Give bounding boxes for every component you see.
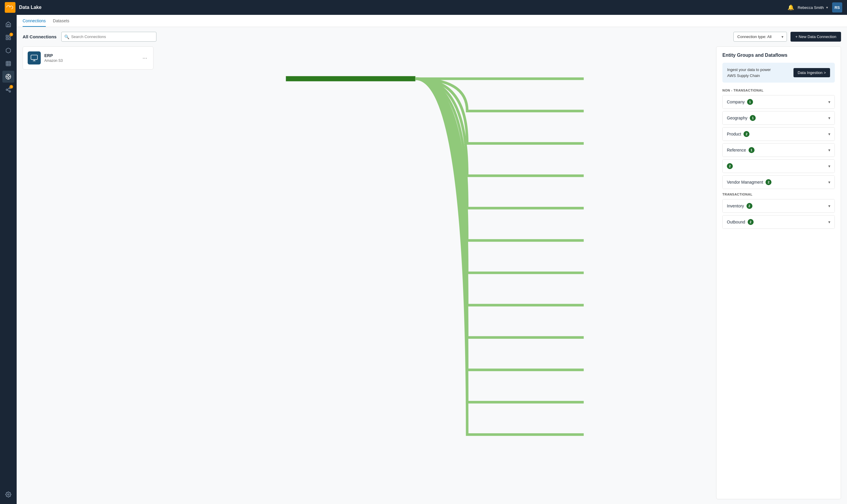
tab-connections[interactable]: Connections: [22, 15, 46, 27]
sidebar: !: [0, 15, 17, 504]
geography-expand-icon: ▾: [828, 115, 830, 120]
entity-group-vendor-name: Vendor Managment: [727, 180, 763, 184]
entity-group-company-count: 1: [747, 99, 753, 105]
entity-group-unnamed-left: 2: [727, 163, 733, 169]
entity-group-outbound-name: Outbound: [727, 220, 745, 224]
entity-group-unnamed-header[interactable]: 2 ▾: [723, 160, 834, 173]
unnamed-expand-icon: ▾: [828, 164, 830, 168]
outbound-expand-icon: ▾: [828, 220, 830, 224]
svg-rect-2: [6, 38, 8, 40]
entity-group-product-count: 2: [744, 131, 749, 137]
sidebar-item-integrations[interactable]: !: [2, 84, 14, 96]
product-expand-icon: ▾: [828, 132, 830, 137]
svg-point-20: [8, 494, 9, 496]
entity-group-inventory-count: 2: [746, 203, 753, 209]
sidebar-item-analytics[interactable]: !: [2, 32, 14, 43]
connection-erp-icon: [28, 51, 41, 65]
entity-group-product: Product 2 ▾: [722, 127, 835, 141]
entity-group-company-header[interactable]: Company 1 ▾: [723, 95, 834, 108]
search-icon: 🔍: [64, 35, 69, 39]
search-input-wrapper: 🔍: [61, 32, 156, 41]
sidebar-analytics-badge: !: [10, 33, 13, 36]
header-right: 🔔 Rebecca Smith ▼ RS: [788, 2, 842, 13]
connection-type-select[interactable]: Connection type: All Amazon S3 JDBC Sale…: [733, 32, 787, 41]
svg-point-17: [9, 91, 11, 92]
inventory-expand-icon: ▾: [828, 203, 830, 208]
entity-group-outbound: Outbound 2 ▾: [722, 215, 835, 229]
data-ingestion-button[interactable]: Data Ingestion >: [793, 68, 830, 77]
svg-point-10: [7, 76, 10, 78]
entity-group-outbound-header[interactable]: Outbound 2 ▾: [723, 215, 834, 229]
content-panel: All Connections 🔍 Connection type: All A…: [17, 27, 847, 504]
user-menu[interactable]: Rebecca Smith ▼: [798, 5, 829, 10]
connection-erp-menu-icon[interactable]: ⋯: [141, 54, 149, 62]
entity-group-geography-header[interactable]: Geography 1 ▾: [723, 111, 834, 125]
tab-bar: Connections Datasets: [17, 15, 847, 27]
connections-list: ERP Amazon S3 ⋯: [22, 46, 154, 499]
entity-group-vendor-count: 2: [765, 179, 772, 185]
toolbar: All Connections 🔍 Connection type: All A…: [22, 32, 841, 41]
sidebar-item-reporting[interactable]: [2, 58, 14, 70]
entity-group-reference-header[interactable]: Reference 1 ▾: [723, 144, 834, 157]
entity-group-geography-name: Geography: [727, 115, 747, 120]
user-name: Rebecca Smith: [798, 5, 824, 10]
entity-group-unnamed: 2 ▾: [722, 159, 835, 173]
entity-group-inventory-header[interactable]: Inventory 2 ▾: [723, 199, 834, 213]
transactional-section: TRANSACTIONAL Inventory 2 ▾: [722, 193, 835, 229]
sidebar-item-supply-chain[interactable]: [2, 44, 14, 56]
entity-group-vendor: Vendor Managment 2 ▾: [722, 175, 835, 189]
page-title: Data Lake: [19, 5, 41, 10]
search-input[interactable]: [61, 32, 156, 41]
content-area: Connections Datasets All Connections 🔍 C…: [17, 15, 847, 504]
entity-group-geography-count: 1: [750, 115, 756, 121]
entity-group-reference-left: Reference 1: [727, 147, 755, 153]
entity-group-geography: Geography 1 ▾: [722, 111, 835, 125]
connection-erp-info: ERP Amazon S3: [44, 53, 138, 63]
ingestion-card: Ingest your data to power AWS Supply Cha…: [722, 63, 835, 83]
new-connection-button[interactable]: + New Data Connection: [791, 32, 841, 41]
svg-line-18: [7, 90, 9, 91]
svg-rect-0: [6, 35, 8, 37]
entity-group-geography-left: Geography 1: [727, 115, 756, 121]
sidebar-item-settings[interactable]: [2, 488, 14, 501]
entity-group-product-left: Product 2: [727, 131, 749, 137]
entity-group-vendor-left: Vendor Managment 2: [727, 179, 772, 185]
entity-group-reference-count: 1: [748, 147, 755, 153]
entity-group-product-header[interactable]: Product 2 ▾: [723, 127, 834, 141]
connection-card-erp[interactable]: ERP Amazon S3 ⋯: [22, 46, 154, 70]
entity-group-inventory-left: Inventory 2: [727, 203, 753, 209]
entity-group-product-name: Product: [727, 132, 741, 137]
entity-group-company-name: Company: [727, 100, 745, 104]
tab-datasets[interactable]: Datasets: [53, 15, 69, 27]
flow-diagram: .flow-line { fill: none; stroke: #90c97a…: [158, 46, 711, 499]
transactional-label: TRANSACTIONAL: [722, 193, 835, 196]
non-transactional-label: NON - TRANSACTIONAL: [722, 89, 835, 92]
split-view: ERP Amazon S3 ⋯ .flow-line { fill: none;…: [22, 46, 841, 499]
entity-group-reference: Reference 1 ▾: [722, 143, 835, 157]
svg-line-19: [7, 88, 9, 89]
entity-group-inventory: Inventory 2 ▾: [722, 199, 835, 213]
entity-group-reference-name: Reference: [727, 148, 746, 152]
svg-rect-21: [31, 55, 37, 59]
section-title: All Connections: [22, 34, 56, 39]
entity-group-outbound-left: Outbound 2: [727, 219, 754, 225]
entity-group-outbound-count: 2: [748, 219, 754, 225]
entity-group-unnamed-count: 2: [727, 163, 733, 169]
top-header: Data Lake 🔔 Rebecca Smith ▼ RS: [0, 0, 847, 15]
user-menu-chevron-icon: ▼: [826, 6, 829, 9]
entity-group-company: Company 1 ▾: [722, 95, 835, 109]
avatar[interactable]: RS: [832, 2, 842, 13]
sidebar-item-data-lake[interactable]: [2, 71, 14, 83]
svg-rect-4: [6, 61, 11, 66]
connection-type-select-wrapper: Connection type: All Amazon S3 JDBC Sale…: [733, 32, 787, 41]
connection-erp-name: ERP: [44, 53, 138, 58]
entity-group-vendor-header[interactable]: Vendor Managment 2 ▾: [723, 176, 834, 189]
entity-group-inventory-name: Inventory: [727, 203, 744, 208]
flow-area: .flow-line { fill: none; stroke: #90c97a…: [158, 46, 711, 499]
svg-rect-3: [9, 38, 11, 40]
connection-erp-source: Amazon S3: [44, 58, 138, 63]
right-panel: Entity Groups and Dataflows Ingest your …: [716, 46, 841, 499]
sidebar-item-home[interactable]: [2, 18, 14, 30]
panel-title: Entity Groups and Dataflows: [722, 53, 835, 58]
notification-bell-icon[interactable]: 🔔: [788, 4, 794, 11]
